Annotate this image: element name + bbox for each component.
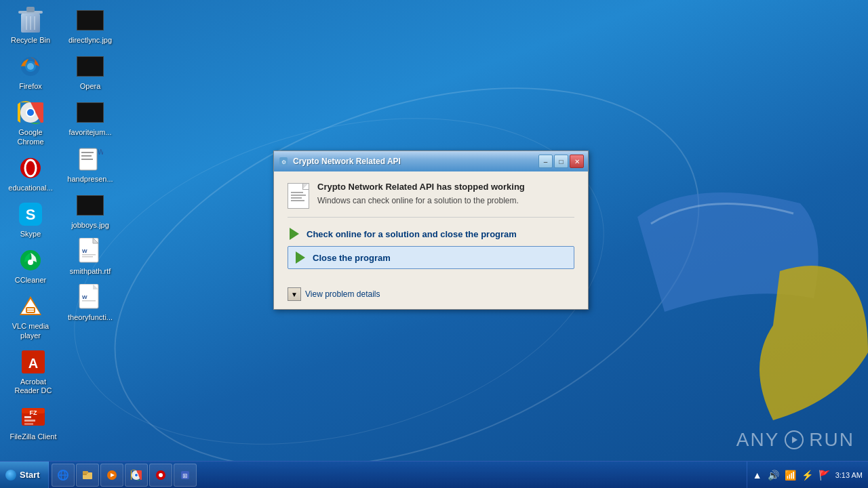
svg-point-57 — [159, 473, 163, 477]
tray-chevron-icon[interactable]: ▲ — [753, 470, 762, 481]
dialog-subtext: Windows can check online for a solution … — [317, 196, 525, 205]
theoryfuncti-label: theoryfuncti... — [68, 313, 113, 322]
svg-text:W: W — [98, 148, 103, 156]
svg-rect-32 — [81, 152, 94, 153]
desktop-icon-filezilla[interactable]: FZ FileZilla Client — [6, 400, 60, 445]
taskbar-explorer-item[interactable] — [76, 464, 99, 487]
firefox-label: Firefox — [19, 82, 42, 91]
taskbar-ie-item[interactable] — [52, 464, 75, 487]
stop-taskbar-icon — [155, 470, 166, 481]
directlync-thumb — [77, 10, 104, 30]
tray-time-text: 3:13 AM — [835, 471, 863, 479]
desktop-icon-acrobat[interactable]: A Acrobat Reader DC — [6, 345, 60, 399]
filezilla-icon: FZ — [20, 404, 46, 430]
acrobat-label: Acrobat Reader DC — [9, 378, 57, 395]
desktop-icon-handpresen[interactable]: W handpresen... — [63, 142, 117, 187]
desktop-icon-theoryfuncti[interactable]: W theoryfuncti... — [63, 281, 117, 325]
svg-rect-34 — [81, 159, 93, 160]
dialog-close-button[interactable]: ✕ — [570, 155, 584, 168]
desktop-icon-ccleaner[interactable]: CCleaner — [3, 243, 58, 288]
dialog-title-icon: ⚙ — [278, 156, 289, 167]
taskbar-tray: ▲ 🔊 📶 ⚡ 🚩 3:13 AM — [747, 462, 868, 488]
explorer-taskbar-icon — [82, 470, 93, 481]
svg-marker-60 — [792, 436, 797, 443]
dialog-footer: ▼ View problem details — [274, 282, 588, 309]
svg-rect-21 — [27, 308, 34, 310]
tray-volume-icon[interactable]: 🔊 — [768, 470, 779, 481]
smithpath-icon: W — [78, 238, 102, 265]
green-arrow-icon — [290, 228, 299, 240]
svg-text:⊞: ⊞ — [182, 472, 188, 479]
start-label: Start — [20, 470, 40, 480]
dialog-option2[interactable]: Close the program — [288, 246, 574, 269]
desktop-icon-jobboys[interactable]: jobboys.jpg — [63, 188, 117, 233]
svg-point-8 — [27, 63, 34, 70]
handpresen-label: handpresen... — [67, 175, 113, 184]
taskbar: Start — [0, 461, 868, 488]
taskbar-chrome-item[interactable] — [125, 464, 148, 487]
dialog-header: Crypto Network Related API has stopped w… — [288, 182, 574, 209]
start-button[interactable]: Start — [0, 462, 49, 489]
svg-point-17 — [28, 260, 33, 265]
desktop-icon-skype[interactable]: S Skype — [3, 197, 58, 242]
taskbar-extra-item[interactable]: ⊞ — [174, 464, 197, 487]
tray-network-icon[interactable]: 📶 — [785, 470, 796, 481]
anyrun-play-icon — [785, 430, 804, 449]
tray-power-icon[interactable]: ⚡ — [802, 470, 813, 481]
directlync-label: directlync.jpg — [68, 36, 112, 45]
favoritejum-thumb — [77, 102, 104, 123]
taskbar-items: ⊞ — [49, 462, 747, 488]
desktop-icons-area: Recycle Bin Firefox — [0, 0, 121, 461]
desktop-icon-vlc[interactable]: VLC media player — [3, 289, 58, 343]
svg-text:W: W — [82, 248, 87, 254]
vlc-icon — [18, 293, 43, 319]
svg-rect-39 — [82, 256, 93, 258]
expand-details-button[interactable]: ▼ — [288, 287, 301, 301]
dialog-heading: Crypto Network Related API has stopped w… — [317, 182, 525, 192]
recycle-bin-label: Recycle Bin — [11, 36, 50, 45]
opera-icon — [18, 155, 43, 181]
tray-clock[interactable]: 3:13 AM — [835, 471, 863, 479]
ccleaner-icon — [18, 247, 43, 273]
desktop-icon-opera[interactable]: educational... — [3, 151, 58, 196]
dialog-title-text: Crypto Network Related API — [293, 157, 534, 166]
anyrun-watermark: ANY RUN — [736, 429, 854, 451]
svg-rect-20 — [26, 307, 35, 313]
desktop-icon-directlync[interactable]: directlync.jpg — [63, 3, 117, 48]
desktop-icon-firefox[interactable]: Firefox — [3, 49, 58, 94]
desktop-icon-smithpath[interactable]: W smithpath.rtf — [63, 235, 117, 279]
dialog-minimize-button[interactable]: – — [538, 155, 553, 168]
svg-text:S: S — [26, 206, 36, 223]
dialog-app-icon: ⚙ — [279, 157, 288, 166]
svg-rect-50 — [83, 471, 88, 474]
dialog-divider — [288, 217, 574, 218]
option1-label: Check online for a solution and close th… — [307, 229, 517, 239]
dialog-maximize-button[interactable]: □ — [554, 155, 568, 168]
svg-rect-30 — [24, 423, 33, 425]
taskbar-wmp-item[interactable] — [100, 464, 123, 487]
dialog-option1[interactable]: Check online for a solution and close th… — [288, 224, 574, 243]
desktop-icon-chrome[interactable]: Google Chrome — [3, 96, 58, 149]
firefox-icon — [18, 54, 43, 79]
view-problem-details-label[interactable]: View problem details — [305, 289, 380, 299]
taskbar-stop-item[interactable] — [149, 464, 172, 487]
dialog-titlebar: ⚙ Crypto Network Related API – □ ✕ — [274, 151, 588, 171]
opera-label: educational... — [8, 184, 52, 192]
desktop-icon-favoritejum[interactable]: favoritejum... — [63, 96, 117, 140]
svg-rect-42 — [82, 300, 96, 302]
desktop-icon-recycle-bin[interactable]: Recycle Bin — [3, 3, 58, 48]
ccleaner-label: CCleaner — [15, 276, 46, 285]
desktop-icon-educational[interactable]: Opera — [63, 49, 117, 94]
svg-text:⚙: ⚙ — [281, 159, 286, 165]
handpresen-icon: W — [77, 146, 103, 172]
smithpath-label: smithpath.rtf — [70, 267, 111, 276]
dialog-body: Crypto Network Related API has stopped w… — [274, 171, 588, 282]
tray-flag-icon[interactable]: 🚩 — [818, 470, 830, 481]
svg-rect-29 — [24, 420, 35, 422]
error-dialog: ⚙ Crypto Network Related API – □ ✕ Crypt… — [273, 150, 589, 310]
start-orb-icon — [5, 470, 16, 481]
dialog-header-text: Crypto Network Related API has stopped w… — [317, 182, 525, 205]
recycle-bin-icon — [18, 7, 43, 34]
svg-text:W: W — [82, 294, 87, 300]
skype-label: Skype — [20, 230, 41, 239]
